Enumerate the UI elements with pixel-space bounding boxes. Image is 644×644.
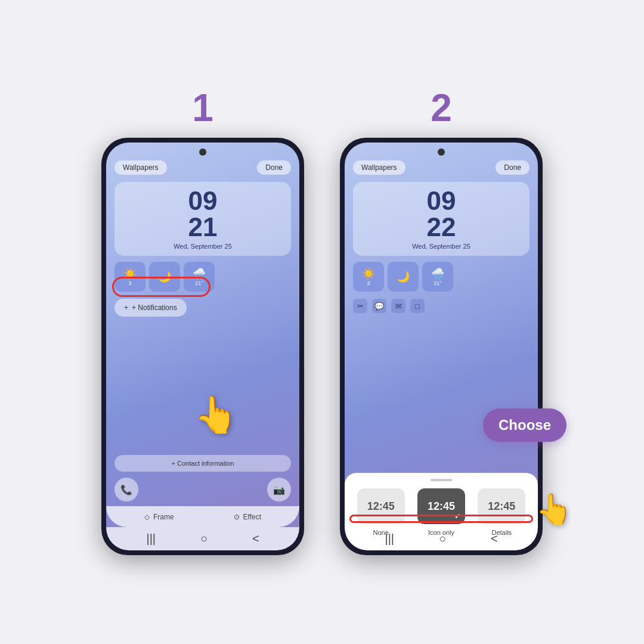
nav-home-1[interactable]: ○ — [200, 532, 208, 546]
panel-option-icon[interactable]: 12:45 ✓ Icon only — [413, 488, 469, 536]
top-bar-2: Wallpapers Done — [345, 156, 538, 179]
panel-option-none[interactable]: 12:45 None — [353, 488, 408, 536]
frame-item[interactable]: ◇ Frame — [144, 513, 174, 521]
done-btn-1[interactable]: Done — [257, 160, 291, 175]
step-2-number: 2 — [431, 89, 452, 127]
nav-back-2[interactable]: ||| — [385, 532, 394, 546]
weather-item-2: 🌧️ 21° — [184, 262, 215, 292]
camera-notch-2 — [438, 148, 445, 156]
notif-label: + Notifications — [132, 304, 177, 312]
clock-date-1: Wed, September 25 — [123, 243, 283, 250]
clock-min-2: 22 — [361, 214, 521, 240]
weather-val-2: 21° — [195, 280, 203, 286]
nav-1: ||| ○ < — [106, 527, 299, 550]
top-bar-1: Wallpapers Done — [106, 156, 299, 179]
w2-rain: 🌧️ — [431, 267, 444, 280]
phone-1: Wallpapers Done 09 21 Wed, September 25 … — [101, 138, 304, 555]
choose-bubble: Choose — [483, 408, 566, 442]
frame-label: Frame — [153, 513, 174, 521]
nav-back-1[interactable]: ||| — [146, 532, 156, 546]
nav-recent-2[interactable]: < — [491, 532, 498, 546]
wallpapers-btn-2[interactable]: Wallpapers — [353, 160, 405, 175]
phone-2: Wallpapers Done 09 22 Wed, September 25 … — [340, 138, 543, 555]
weather-icon-moon: 🌙 — [158, 270, 171, 283]
clock-widget-2: 09 22 Wed, September 25 — [353, 182, 530, 256]
weather-row-2: ☀️ 3 🌙 🌧️ 21° — [353, 262, 530, 292]
quick-call-btn[interactable]: 📞 — [114, 478, 138, 501]
frame-icon: ◇ — [144, 513, 150, 521]
bottom-bar-1: ◇ Frame ⊙ Effect — [106, 506, 299, 527]
panel-options-highlight — [349, 515, 533, 523]
notif-btn-1[interactable]: + + Notifications — [114, 299, 187, 317]
panel-none-time: 12:45 — [367, 500, 395, 513]
quick-camera-btn[interactable]: 📷 — [267, 478, 291, 501]
notif-plus: + — [124, 304, 128, 312]
step-2: 2 Wallpapers Done 09 22 Wed, September 2… — [340, 89, 543, 555]
weather-item-0: ☀️ 3 — [114, 262, 145, 292]
weather-icon-rain: 🌧️ — [193, 267, 206, 280]
clock-widget-1: 09 21 Wed, September 25 — [114, 182, 291, 256]
camera-notch-1 — [199, 148, 206, 156]
step-1: 1 Wallpapers Done 09 21 Wed, September 2… — [101, 89, 304, 555]
weather-icon-sun: ☀️ — [123, 267, 137, 280]
nav-home-2[interactable]: ○ — [439, 532, 446, 546]
quick-actions-1: 📞 📷 — [114, 478, 291, 501]
clock-min-1: 21 — [123, 214, 283, 240]
clock-hour-2: 09 — [361, 188, 521, 214]
panel-option-details[interactable]: 12:45 Details — [474, 488, 530, 536]
effect-label: Effect — [243, 513, 261, 521]
w2-sun: ☀️ — [362, 267, 375, 280]
done-btn-2[interactable]: Done — [496, 160, 530, 175]
status-scissors: ✂ — [353, 299, 367, 313]
panel-details-time: 12:45 — [488, 500, 515, 513]
status-square: □ — [410, 299, 425, 313]
effect-icon: ⊙ — [234, 513, 240, 521]
panel-options: 12:45 None 12:45 ✓ Icon only — [353, 488, 530, 536]
status-chat: 💬 — [372, 299, 386, 313]
weather-item-2-0: ☀️ 3 — [353, 262, 384, 292]
nav-2: ||| ○ < — [345, 530, 538, 550]
weather-item-1: 🌙 — [149, 262, 180, 292]
step-1-number: 1 — [192, 89, 213, 127]
effect-item[interactable]: ⊙ Effect — [234, 513, 261, 521]
weather-item-2-1: 🌙 — [388, 262, 419, 292]
w2-val-2: 21° — [434, 280, 442, 286]
clock-date-2: Wed, September 25 — [361, 243, 521, 250]
weather-val-0: 3 — [128, 280, 131, 286]
panel-handle — [431, 479, 452, 481]
wallpapers-btn-1[interactable]: Wallpapers — [114, 160, 167, 175]
nav-recent-1[interactable]: < — [252, 532, 259, 546]
w2-moon: 🌙 — [397, 270, 410, 283]
weather-item-2-2: 🌧️ 21° — [422, 262, 453, 292]
weather-row-1: ☀️ 3 🌙 🌧️ 21° — [114, 262, 291, 292]
w2-val-0: 3 — [367, 280, 370, 286]
panel-icon-time: 12:45 — [428, 500, 455, 513]
cursor-hand-2: 👆 — [535, 492, 572, 527]
contact-btn-1[interactable]: + Contact information — [114, 455, 291, 472]
clock-hour-1: 09 — [123, 188, 283, 214]
status-row-2: ✂ 💬 ✉ □ — [353, 299, 530, 313]
status-mail: ✉ — [391, 299, 405, 313]
cursor-hand-1: 👆 — [194, 394, 239, 436]
